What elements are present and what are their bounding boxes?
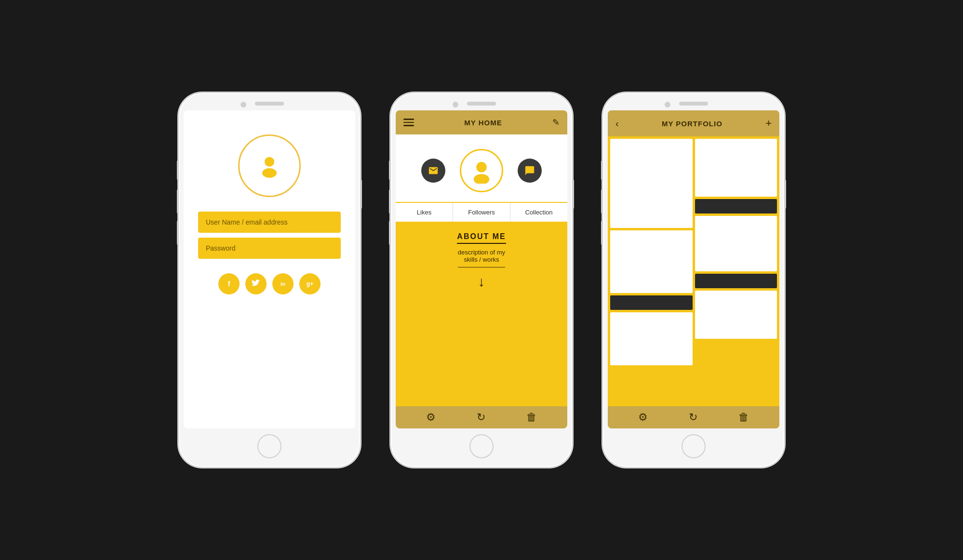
portfolio-item-1[interactable] — [610, 139, 693, 228]
message-btn[interactable] — [421, 159, 445, 183]
login-screen: f in g+ — [184, 110, 355, 428]
home-button2[interactable] — [469, 434, 494, 458]
username-input[interactable] — [198, 212, 341, 233]
tab-followers[interactable]: Followers — [453, 203, 510, 222]
camera — [241, 102, 246, 107]
back-icon[interactable]: ‹ — [615, 118, 619, 129]
phone-portfolio: ‹ MY PORTFOLIO + — [602, 92, 785, 468]
portfolio-item-4[interactable] — [695, 216, 777, 271]
linkedin-btn[interactable]: in — [272, 273, 294, 294]
hamburger-line — [403, 125, 414, 126]
add-icon[interactable]: + — [765, 117, 772, 130]
svg-point-0 — [265, 157, 274, 167]
svg-point-3 — [474, 174, 489, 184]
home-screen: MY HOME ✎ — [396, 110, 567, 428]
camera3 — [665, 102, 670, 107]
password-input[interactable] — [198, 238, 341, 259]
side-button-left1 — [177, 160, 179, 180]
home-title: MY HOME — [464, 119, 502, 127]
about-section: ABOUT ME description of myskills / works… — [396, 223, 567, 406]
side-button-left9 — [601, 221, 603, 245]
camera2 — [453, 102, 458, 107]
side-button-left3 — [177, 221, 179, 245]
speaker — [255, 102, 284, 106]
hamburger-line — [403, 122, 414, 123]
portfolio-refresh-icon[interactable]: ↻ — [689, 411, 697, 424]
trash-icon[interactable]: 🗑 — [526, 411, 537, 424]
side-button-left6 — [389, 221, 391, 245]
about-title: ABOUT ME — [457, 232, 506, 244]
side-button-right3 — [784, 180, 786, 209]
side-button-right2 — [572, 180, 574, 209]
profile-avatar-icon — [468, 158, 495, 184]
hamburger-menu[interactable] — [403, 119, 414, 126]
portfolio-item-6[interactable] — [695, 291, 777, 339]
portfolio-screen: ‹ MY PORTFOLIO + — [608, 110, 779, 428]
portfolio-bottom-bar: ⚙ ↻ 🗑 — [608, 406, 779, 428]
settings-icon[interactable]: ⚙ — [426, 411, 436, 424]
googleplus-btn[interactable]: g+ — [299, 273, 321, 294]
portfolio-header: ‹ MY PORTFOLIO + — [608, 110, 779, 136]
phone-home: MY HOME ✎ — [390, 92, 573, 468]
social-icons-row: f in g+ — [218, 273, 321, 294]
side-button-left8 — [601, 189, 603, 213]
down-arrow-icon[interactable]: ↓ — [478, 274, 485, 290]
side-button-left7 — [601, 160, 603, 180]
home-button[interactable] — [257, 434, 281, 458]
portfolio-item-3[interactable] — [610, 230, 693, 293]
app-header: MY HOME ✎ — [396, 110, 567, 134]
side-button-left2 — [177, 189, 179, 213]
tab-collection[interactable]: Collection — [510, 203, 567, 222]
profile-avatar[interactable] — [460, 149, 503, 192]
portfolio-label-4 — [695, 274, 777, 288]
side-button-left4 — [389, 160, 391, 180]
avatar-icon — [257, 154, 281, 178]
scene: f in g+ — [159, 73, 804, 487]
edit-icon[interactable]: ✎ — [552, 117, 560, 128]
avatar-circle — [238, 134, 301, 197]
refresh-icon[interactable]: ↻ — [477, 411, 485, 424]
portfolio-item-5[interactable] — [610, 312, 693, 365]
profile-section — [396, 134, 567, 202]
svg-point-2 — [476, 162, 487, 173]
svg-point-1 — [262, 168, 277, 178]
hamburger-line — [403, 119, 414, 120]
about-desc: description of myskills / works — [458, 249, 505, 267]
speaker3 — [679, 102, 708, 106]
phone-login: f in g+ — [178, 92, 361, 468]
tab-likes[interactable]: Likes — [396, 203, 453, 222]
tabs-row: Likes Followers Collection — [396, 202, 567, 223]
speaker2 — [467, 102, 496, 106]
portfolio-item-2[interactable] — [695, 139, 777, 197]
home-bottom-bar: ⚙ ↻ 🗑 — [396, 406, 567, 428]
portfolio-title: MY PORTFOLIO — [662, 120, 722, 128]
side-button-left5 — [389, 189, 391, 213]
twitter-btn[interactable] — [245, 273, 267, 294]
side-button-right — [360, 180, 362, 209]
portfolio-trash-icon[interactable]: 🗑 — [738, 411, 749, 424]
portfolio-label-3 — [610, 295, 693, 310]
home-button3[interactable] — [682, 434, 706, 458]
comment-btn[interactable] — [518, 159, 542, 183]
facebook-btn[interactable]: f — [218, 273, 240, 294]
portfolio-settings-icon[interactable]: ⚙ — [638, 411, 648, 424]
portfolio-label-2 — [695, 199, 777, 213]
